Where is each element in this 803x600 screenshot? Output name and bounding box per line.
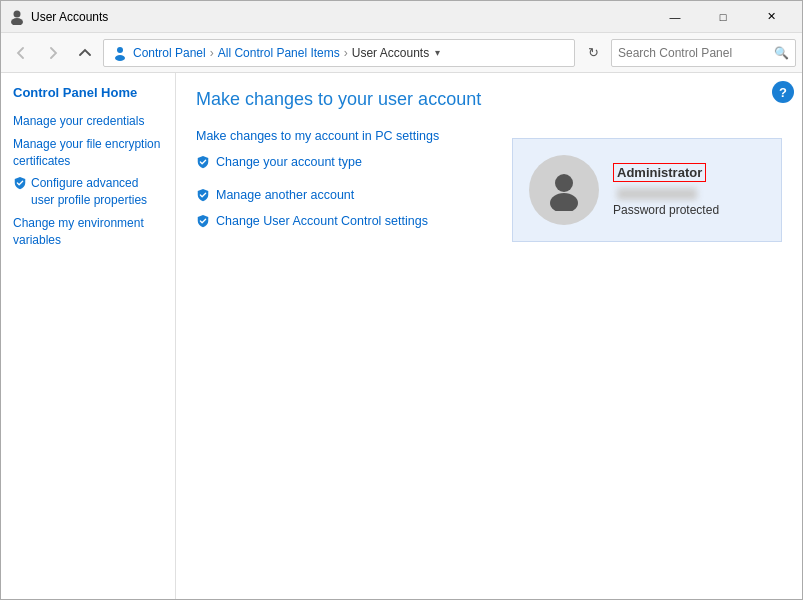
title-bar-controls: — □ ✕	[652, 1, 794, 33]
breadcrumb-dropdown-button[interactable]: ▾	[435, 47, 440, 58]
svg-point-0	[14, 10, 21, 17]
account-info: Administrator Password protected	[613, 163, 765, 217]
breadcrumb-control-panel[interactable]: Control Panel	[133, 46, 206, 60]
help-button[interactable]: ?	[772, 81, 794, 103]
breadcrumb-current: User Accounts	[352, 46, 429, 60]
refresh-button[interactable]: ↻	[579, 39, 607, 67]
search-icon: 🔍	[774, 46, 789, 60]
minimize-button[interactable]: —	[652, 1, 698, 33]
sidebar: Control Panel Home Manage your credentia…	[1, 73, 176, 599]
search-input[interactable]	[618, 46, 774, 60]
window-title: User Accounts	[31, 10, 652, 24]
up-button[interactable]	[71, 39, 99, 67]
link-pc-settings[interactable]: Make changes to my account in PC setting…	[196, 128, 486, 146]
account-name-box: Administrator	[613, 163, 706, 182]
link-manage-another[interactable]: Manage another account	[196, 187, 486, 205]
forward-button[interactable]	[39, 39, 67, 67]
svg-point-1	[11, 18, 23, 25]
account-status: Password protected	[613, 203, 765, 217]
avatar	[529, 155, 599, 225]
sidebar-manage-credentials[interactable]: Manage your credentials	[1, 110, 175, 133]
link-change-account-type[interactable]: Change your account type	[196, 154, 486, 172]
search-box: 🔍	[611, 39, 796, 67]
window-icon	[9, 9, 25, 25]
main-area: Control Panel Home Manage your credentia…	[1, 73, 802, 599]
svg-point-4	[555, 174, 573, 192]
back-button[interactable]	[7, 39, 35, 67]
sidebar-environment-variables[interactable]: Change my environment variables	[1, 212, 175, 252]
breadcrumb-all-items[interactable]: All Control Panel Items	[218, 46, 340, 60]
close-button[interactable]: ✕	[748, 1, 794, 33]
sidebar-file-encryption[interactable]: Manage your file encryptioncertificates	[1, 133, 175, 173]
account-name: Administrator	[617, 165, 702, 180]
maximize-button[interactable]: □	[700, 1, 746, 33]
link-uac-settings[interactable]: Change User Account Control settings	[196, 213, 486, 231]
breadcrumb-bar: Control Panel › All Control Panel Items …	[103, 39, 575, 67]
svg-point-3	[115, 55, 125, 61]
account-blurred-info	[617, 188, 697, 200]
sidebar-advanced-profile[interactable]: Configure advanced user profile properti…	[1, 172, 175, 212]
content-links: Make changes to my account in PC setting…	[196, 128, 486, 230]
content-area: ? Make changes to your user account Make…	[176, 73, 802, 599]
svg-point-2	[117, 47, 123, 53]
page-title: Make changes to your user account	[196, 89, 782, 110]
title-bar: User Accounts — □ ✕	[1, 1, 802, 33]
sidebar-home-link[interactable]: Control Panel Home	[1, 85, 175, 110]
main-window: User Accounts — □ ✕ Control Panel › All …	[0, 0, 803, 600]
svg-point-5	[550, 193, 578, 211]
address-bar: Control Panel › All Control Panel Items …	[1, 33, 802, 73]
account-card: Administrator Password protected	[512, 138, 782, 242]
